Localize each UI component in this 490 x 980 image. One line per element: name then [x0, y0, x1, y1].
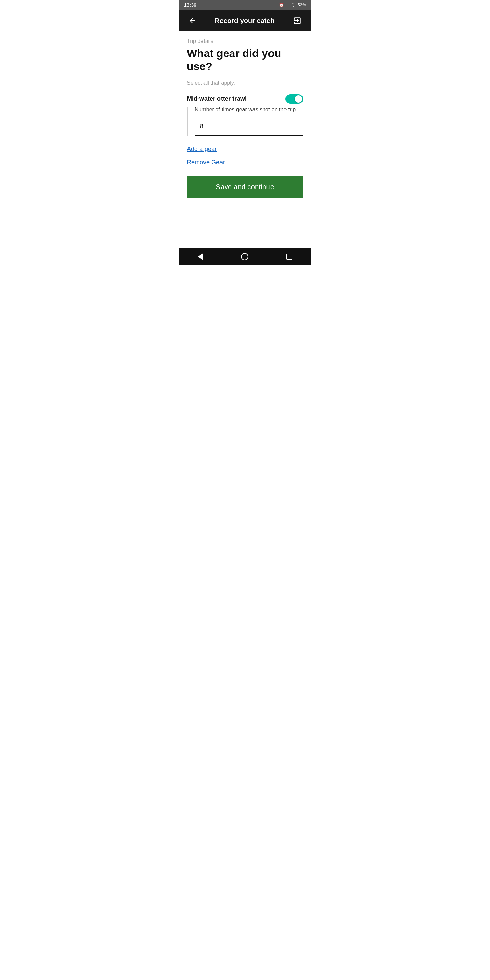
- app-bar: Record your catch: [179, 10, 311, 31]
- select-all-label: Select all that apply.: [187, 80, 303, 86]
- app-bar-title: Record your catch: [215, 17, 275, 25]
- gear-detail-label: Number of times gear was shot on the tri…: [195, 107, 303, 113]
- action-links: Add a gear Remove Gear: [187, 146, 303, 166]
- gear-shots-input[interactable]: [195, 117, 303, 136]
- dnd-icon: ⊖: [286, 3, 290, 8]
- nav-recent-icon: [286, 253, 292, 259]
- gear-details-section: Number of times gear was shot on the tri…: [187, 107, 303, 136]
- gear-toggle[interactable]: [285, 94, 303, 104]
- section-label: Trip details: [187, 38, 303, 44]
- alarm-icon: ⏰: [279, 3, 284, 8]
- add-gear-link[interactable]: Add a gear: [187, 146, 217, 153]
- logout-button[interactable]: [290, 14, 305, 28]
- remove-gear-link[interactable]: Remove Gear: [187, 159, 225, 166]
- toggle-track[interactable]: [285, 94, 303, 104]
- toggle-thumb: [295, 95, 302, 103]
- signal-icon: 🄫: [292, 3, 296, 8]
- status-time: 13:36: [184, 2, 196, 8]
- nav-home-icon: [241, 253, 248, 260]
- save-continue-button[interactable]: Save and continue: [187, 176, 303, 198]
- main-content: Trip details What gear did you use? Sele…: [179, 31, 311, 248]
- logout-icon: [293, 16, 302, 25]
- back-arrow-icon: [188, 17, 196, 25]
- nav-home-button[interactable]: [233, 250, 256, 264]
- nav-back-icon: [198, 253, 203, 260]
- gear-name: Mid-water otter trawl: [187, 95, 247, 102]
- nav-recent-button[interactable]: [278, 250, 301, 263]
- status-bar: 13:36 ⏰ ⊖ 🄫 52%: [179, 0, 311, 10]
- back-button[interactable]: [185, 14, 199, 27]
- bottom-nav: [179, 248, 311, 266]
- battery-icon: 52%: [298, 3, 306, 8]
- nav-back-button[interactable]: [189, 250, 211, 263]
- page-heading: What gear did you use?: [187, 47, 303, 73]
- gear-toggle-row: Mid-water otter trawl: [187, 94, 303, 104]
- status-icons: ⏰ ⊖ 🄫 52%: [279, 3, 306, 8]
